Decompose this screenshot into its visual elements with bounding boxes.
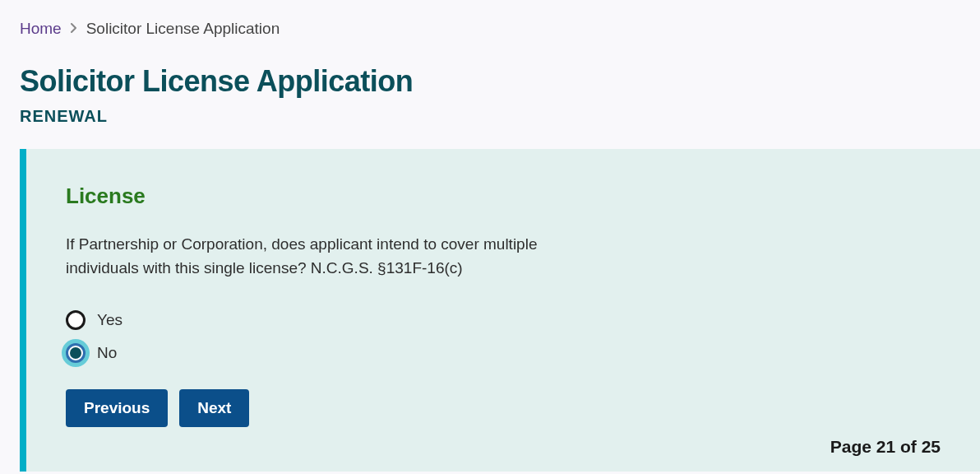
form-panel: License If Partnership or Corporation, d… <box>20 149 980 472</box>
radio-option-no[interactable]: No <box>66 343 941 363</box>
breadcrumb: Home Solicitor License Application <box>0 0 980 38</box>
radio-group-cover-multiple: Yes No <box>66 310 941 363</box>
page-header: Solicitor License Application RENEWAL <box>0 38 980 149</box>
page-indicator: Page 21 of 25 <box>830 437 941 457</box>
section-title-license: License <box>66 184 941 209</box>
radio-option-yes[interactable]: Yes <box>66 310 941 330</box>
radio-icon <box>66 310 86 330</box>
previous-button[interactable]: Previous <box>66 389 168 427</box>
page-subtitle: RENEWAL <box>20 107 960 126</box>
chevron-right-icon <box>70 21 78 36</box>
question-text: If Partnership or Corporation, does appl… <box>66 232 551 281</box>
next-button[interactable]: Next <box>179 389 249 427</box>
breadcrumb-home-link[interactable]: Home <box>20 20 62 38</box>
page-title: Solicitor License Application <box>20 64 960 99</box>
radio-label-yes: Yes <box>97 311 122 329</box>
button-row: Previous Next <box>66 389 941 427</box>
radio-label-no: No <box>97 344 117 362</box>
breadcrumb-current: Solicitor License Application <box>86 20 280 38</box>
radio-icon-selected <box>66 343 86 363</box>
